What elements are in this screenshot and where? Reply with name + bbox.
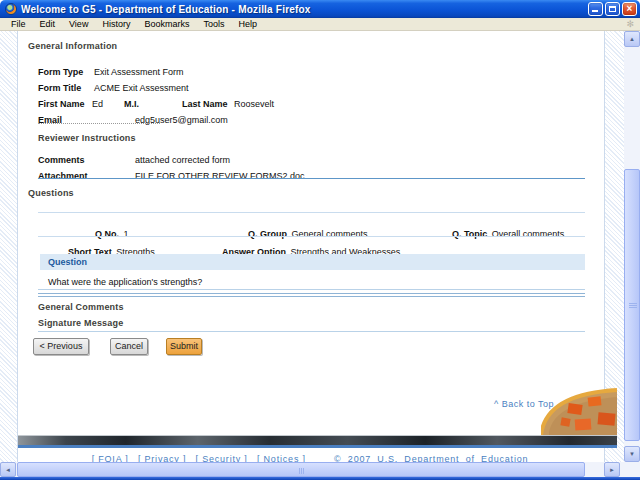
scroll-up-button[interactable]: ▲	[624, 31, 640, 47]
menu-bookmarks[interactable]: Bookmarks	[137, 19, 196, 29]
comments-label: Comments	[38, 155, 135, 165]
menu-bar: File Edit View History Bookmarks Tools H…	[0, 18, 640, 31]
scroll-down-button[interactable]: ▼	[624, 446, 640, 462]
footer-link-notices[interactable]: [ Notices ]	[257, 454, 306, 462]
reviewer-instructions-heading: Reviewer Instructions	[38, 133, 136, 143]
cancel-button[interactable]: Cancel	[110, 338, 148, 355]
question-header-bar: Question	[40, 254, 585, 270]
q-group-label: Q. Group	[248, 229, 287, 239]
menu-view[interactable]: View	[62, 19, 95, 29]
q-topic-label: Q. Topic	[452, 229, 487, 239]
close-icon: ×	[627, 4, 633, 14]
browser-window: Welcome to G5 - Department of Education …	[0, 0, 640, 480]
footer-copyright: © 2007 U.S. Department of Education	[334, 454, 528, 462]
email-row: Emailedg5user5@gmail.com	[38, 109, 228, 127]
question-table-line2	[38, 236, 585, 237]
first-name-value: Ed	[92, 99, 124, 109]
minimize-button[interactable]	[588, 2, 603, 16]
attachment-row: AttachmentFILE FOR OTHER REVIEW FORMS2.d…	[38, 165, 305, 183]
question-table-line	[38, 212, 585, 213]
title-bar[interactable]: Welcome to G5 - Department of Education …	[0, 0, 640, 18]
left-margin-stripes	[0, 31, 18, 462]
minimize-icon	[592, 10, 598, 12]
q-group-cell: Q. Group General comments	[248, 223, 367, 241]
footer: [ FOIA ] [ Privacy ] [ Security ] [ Noti…	[0, 454, 617, 462]
first-name-label: First Name	[38, 99, 92, 109]
attachment-value: FILE FOR OTHER REVIEW FORMS2.doc	[135, 171, 305, 181]
q-group-value: General comments	[291, 229, 367, 239]
last-name-value: Roosevelt	[234, 99, 274, 109]
menu-tools[interactable]: Tools	[196, 19, 231, 29]
horizontal-scroll-thumb[interactable]	[17, 462, 585, 477]
questions-heading: Questions	[28, 188, 74, 198]
throbber-icon: ✻	[626, 20, 634, 29]
classroom-photo	[541, 388, 617, 439]
q-no-cell: Q No. 1	[95, 223, 128, 241]
page-viewport: General Information Form TypeExit Assess…	[0, 31, 624, 462]
close-button[interactable]: ×	[622, 2, 637, 16]
section-divider	[38, 178, 585, 179]
signature-message-heading: Signature Message	[38, 318, 123, 328]
previous-button[interactable]: < Previous	[33, 338, 89, 355]
menu-file[interactable]: File	[4, 19, 33, 29]
window-controls: ×	[588, 2, 637, 16]
q-topic-value: Overall comments	[492, 229, 565, 239]
window-title: Welcome to G5 - Department of Education …	[21, 4, 588, 15]
buttons-divider	[38, 331, 585, 332]
restore-button[interactable]	[605, 2, 620, 16]
footer-link-security[interactable]: [ Security ]	[196, 454, 248, 462]
horizontal-scrollbar[interactable]: ◄ ►	[0, 462, 640, 477]
question-text: What were the application's strengths?	[48, 277, 202, 287]
q-topic-cell: Q. Topic Overall comments	[452, 223, 564, 241]
form-title-label: Form Title	[38, 83, 94, 93]
menu-help[interactable]: Help	[231, 19, 264, 29]
restore-icon	[609, 6, 616, 12]
submit-button[interactable]: Submit	[166, 338, 202, 355]
form-title-value: ACME Exit Assessment	[94, 83, 189, 93]
double-divider	[38, 293, 585, 297]
footer-link-foia[interactable]: [ FOIA ]	[92, 454, 129, 462]
thumb-grip-icon	[299, 468, 300, 474]
form-type-value: Exit Assessment Form	[94, 67, 184, 77]
scroll-right-button[interactable]: ►	[604, 462, 620, 477]
thumb-grip-icon	[629, 303, 637, 304]
menu-edit[interactable]: Edit	[33, 19, 63, 29]
question-header-label: Question	[48, 257, 87, 267]
question-bottom-line	[38, 289, 585, 290]
metallic-divider-bar	[18, 435, 617, 448]
vertical-scroll-thumb[interactable]	[624, 169, 640, 441]
vertical-scrollbar[interactable]: ▲ ▼	[624, 31, 640, 462]
classroom-photo-graphic	[541, 388, 617, 435]
dotted-divider	[38, 123, 160, 124]
form-type-label: Form Type	[38, 67, 94, 77]
middle-initial-label: M.I.	[124, 99, 182, 109]
last-name-label: Last Name	[182, 99, 234, 109]
attachment-label: Attachment	[38, 171, 135, 181]
menu-history[interactable]: History	[95, 19, 137, 29]
general-comments-heading: General Comments	[38, 302, 124, 312]
general-information-heading: General Information	[28, 41, 117, 51]
firefox-icon	[5, 3, 17, 15]
footer-link-privacy[interactable]: [ Privacy ]	[138, 454, 186, 462]
scroll-left-button[interactable]: ◄	[0, 462, 16, 477]
q-no-value: 1	[123, 229, 128, 239]
comments-value: attached corrected form	[135, 155, 230, 165]
q-no-label: Q No.	[95, 229, 119, 239]
